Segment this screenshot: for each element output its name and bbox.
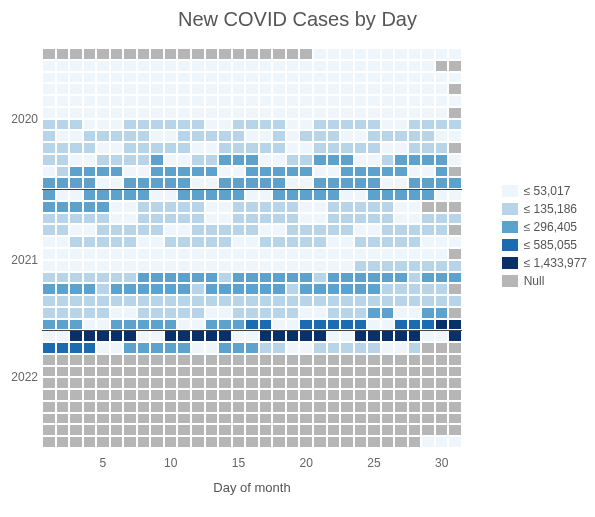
heatmap-cell bbox=[327, 295, 341, 307]
heatmap-cell bbox=[42, 354, 56, 366]
heatmap-cell bbox=[340, 72, 354, 84]
heatmap-cell bbox=[164, 307, 178, 319]
heatmap-cell bbox=[205, 142, 219, 154]
heatmap-cell bbox=[259, 119, 273, 131]
heatmap-cell bbox=[191, 130, 205, 142]
x-axis-tick-label: 20 bbox=[300, 456, 313, 470]
heatmap-cell bbox=[205, 72, 219, 84]
heatmap-cell bbox=[83, 354, 97, 366]
heatmap-cell bbox=[435, 248, 449, 260]
heatmap-cell bbox=[191, 224, 205, 236]
heatmap-cell bbox=[367, 130, 381, 142]
heatmap-cell bbox=[218, 389, 232, 401]
heatmap-cell bbox=[286, 107, 300, 119]
heatmap-cell bbox=[421, 95, 435, 107]
heatmap-cell bbox=[327, 72, 341, 84]
heatmap-cell bbox=[394, 401, 408, 413]
heatmap-cell bbox=[259, 319, 273, 331]
heatmap-cell bbox=[245, 107, 259, 119]
heatmap-cell bbox=[96, 60, 110, 72]
heatmap-cell bbox=[299, 330, 313, 342]
heatmap-cell bbox=[299, 154, 313, 166]
heatmap-cell bbox=[83, 319, 97, 331]
heatmap-cell bbox=[272, 154, 286, 166]
heatmap-cell bbox=[448, 72, 462, 84]
heatmap-cell bbox=[232, 401, 246, 413]
heatmap-cell bbox=[232, 319, 246, 331]
heatmap-cell bbox=[69, 224, 83, 236]
heatmap-cell bbox=[177, 166, 191, 178]
heatmap-cell bbox=[96, 401, 110, 413]
heatmap-cell bbox=[137, 283, 151, 295]
heatmap-cell bbox=[42, 248, 56, 260]
heatmap-cell bbox=[354, 177, 368, 189]
heatmap-cell bbox=[299, 366, 313, 378]
heatmap-cell bbox=[96, 224, 110, 236]
heatmap-cell bbox=[448, 177, 462, 189]
heatmap-cell bbox=[191, 366, 205, 378]
heatmap-cell bbox=[286, 366, 300, 378]
heatmap-cell bbox=[123, 342, 137, 354]
heatmap-cell bbox=[340, 366, 354, 378]
heatmap-cell bbox=[232, 413, 246, 425]
heatmap-cell bbox=[408, 272, 422, 284]
heatmap-cell bbox=[340, 389, 354, 401]
heatmap-cell bbox=[340, 436, 354, 448]
heatmap-cell bbox=[83, 295, 97, 307]
heatmap-cell bbox=[245, 319, 259, 331]
heatmap-cell bbox=[137, 389, 151, 401]
heatmap-cell bbox=[137, 83, 151, 95]
heatmap-cell bbox=[354, 413, 368, 425]
heatmap-cell bbox=[205, 272, 219, 284]
heatmap-cell bbox=[123, 130, 137, 142]
heatmap-cell bbox=[42, 72, 56, 84]
heatmap-cell bbox=[137, 377, 151, 389]
heatmap-cell bbox=[83, 166, 97, 178]
heatmap-cell bbox=[299, 213, 313, 225]
heatmap-cell bbox=[272, 142, 286, 154]
heatmap-cell bbox=[56, 319, 70, 331]
heatmap-cell bbox=[83, 436, 97, 448]
heatmap-cell bbox=[354, 401, 368, 413]
heatmap-cell bbox=[245, 354, 259, 366]
heatmap-cell bbox=[394, 177, 408, 189]
heatmap-cell bbox=[218, 319, 232, 331]
heatmap-cell bbox=[123, 213, 137, 225]
heatmap-cell bbox=[110, 236, 124, 248]
heatmap-cell bbox=[408, 154, 422, 166]
heatmap-cell bbox=[367, 401, 381, 413]
heatmap-cell bbox=[177, 260, 191, 272]
heatmap-cell bbox=[259, 236, 273, 248]
heatmap-cell bbox=[299, 342, 313, 354]
heatmap-cell bbox=[245, 189, 259, 201]
heatmap-cell bbox=[96, 366, 110, 378]
heatmap-cell bbox=[218, 401, 232, 413]
heatmap-cell bbox=[164, 142, 178, 154]
heatmap-cell bbox=[56, 272, 70, 284]
heatmap-cell bbox=[421, 401, 435, 413]
heatmap-cell bbox=[313, 201, 327, 213]
heatmap-cell bbox=[286, 248, 300, 260]
heatmap-cell bbox=[164, 201, 178, 213]
heatmap-cell bbox=[123, 436, 137, 448]
heatmap-cell bbox=[218, 72, 232, 84]
heatmap-cell bbox=[177, 95, 191, 107]
heatmap-cell bbox=[164, 366, 178, 378]
heatmap-cell bbox=[164, 272, 178, 284]
heatmap-cell bbox=[96, 377, 110, 389]
heatmap-cell bbox=[435, 377, 449, 389]
heatmap-cell bbox=[421, 189, 435, 201]
heatmap-cell bbox=[83, 224, 97, 236]
heatmap-cell bbox=[299, 413, 313, 425]
heatmap-cell bbox=[177, 60, 191, 72]
heatmap-cell bbox=[354, 354, 368, 366]
heatmap-cell bbox=[69, 189, 83, 201]
heatmap-cell bbox=[69, 354, 83, 366]
heatmap-cell bbox=[394, 83, 408, 95]
heatmap-cell bbox=[218, 236, 232, 248]
heatmap-cell bbox=[191, 107, 205, 119]
heatmap-cell bbox=[56, 72, 70, 84]
heatmap-cell bbox=[367, 224, 381, 236]
heatmap-cell bbox=[69, 283, 83, 295]
heatmap-cell bbox=[313, 95, 327, 107]
